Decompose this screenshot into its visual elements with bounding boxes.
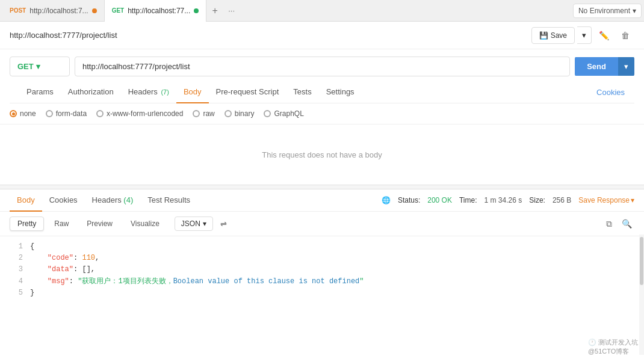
size-value: 256 B [553,196,571,204]
response-tabs-row: Body Cookies Headers (4) Test Results 🌐 … [0,189,644,212]
save-response-button[interactable]: Save Response ▾ [578,196,634,204]
resp-tab-body[interactable]: Body [10,189,42,212]
tab1-url: http://localhost:7... [29,7,88,15]
delete-icon[interactable]: 🗑 [616,27,634,44]
get-method-label: GET [112,7,125,14]
code-view: 1 { 2 "code": 110, 3 "data": [], 4 "msg [0,236,644,304]
time-label: Time: [459,196,477,204]
size-label: Size: [529,196,545,204]
code-line-5: 5 } [0,287,644,299]
search-icon[interactable]: 🔍 [619,218,634,230]
tab-pre-request-script[interactable]: Pre-request Script [209,81,286,103]
url-bar-area: http://localhost:7777/project/list 💾 Sav… [0,22,644,49]
send-main-button[interactable]: Send [575,57,618,76]
request-tabs-nav: Params Authorization Headers (7) Body Pr… [10,81,634,103]
wrap-icon[interactable]: ⇌ [220,219,227,229]
resp-tab-test-results[interactable]: Test Results [140,189,197,212]
radio-urlencoded-circle [96,110,104,117]
tab-headers[interactable]: Headers (7) [121,81,176,103]
globe-icon: 🌐 [382,196,391,204]
radio-binary-circle [224,110,232,117]
cookies-link[interactable]: Cookies [596,88,625,97]
edit-icon[interactable]: ✏️ [594,27,614,44]
tab2-url: http://localhost:77... [128,7,190,15]
tab-get[interactable]: GET http://localhost:77... [105,0,207,22]
response-format-bar: Pretty Raw Preview Visualize JSON ▾ ⇌ ⧉ … [0,212,644,236]
format-raw-button[interactable]: Raw [46,216,76,231]
method-selector[interactable]: GET ▾ [10,57,70,76]
status-label: Status: [398,196,420,204]
format-right-actions: ⧉ 🔍 [604,218,634,230]
resp-tab-headers[interactable]: Headers (4) [85,189,141,212]
add-tab-button[interactable]: + [206,2,223,19]
json-type-selector[interactable]: JSON ▾ [175,216,213,231]
code-content-3: "data": [], [30,264,639,275]
code-content-1: { [30,241,639,253]
url-display: http://localhost:7777/project/list [10,31,531,40]
format-visualize-button[interactable]: Visualize [123,216,167,231]
format-preview-button[interactable]: Preview [79,216,120,231]
tab-bar: POST http://localhost:7... GET http://lo… [0,0,644,22]
tab-params[interactable]: Params [19,81,61,103]
line-num-3: 3 [5,264,23,275]
json-type-label: JSON [181,219,200,228]
code-content-5: } [30,287,639,299]
method-value: GET [17,62,34,71]
radio-none-label: none [20,109,36,118]
tab-tests[interactable]: Tests [286,81,318,103]
radio-raw-label: raw [203,109,214,118]
scroll-thumb[interactable] [640,237,643,285]
time-value: 1 m 34.26 s [485,196,522,204]
radio-raw-circle [193,110,200,117]
method-chevron-icon: ▾ [36,62,40,71]
radio-graphql-circle [264,110,271,117]
resp-tab-cookies[interactable]: Cookies [42,189,85,212]
url-input[interactable] [75,57,570,76]
environment-selector[interactable]: No Environment ▾ [573,4,642,18]
send-button-group: Send ▾ [575,57,634,76]
radio-graphql[interactable]: GraphQL [264,109,303,118]
radio-graphql-label: GraphQL [274,109,303,118]
copy-icon[interactable]: ⧉ [604,218,615,230]
resp-headers-badge: (4) [123,195,133,204]
save-dropdown-button[interactable]: ▾ [577,26,592,44]
json-chevron-icon: ▾ [203,219,206,228]
radio-binary[interactable]: binary [224,109,255,118]
code-line-1: 1 { [0,241,644,253]
tab-authorization[interactable]: Authorization [61,81,121,103]
radio-form-data[interactable]: form-data [46,109,87,118]
tab-post[interactable]: POST http://localhost:7... [2,0,105,22]
save-response-label: Save Response [578,196,630,204]
radio-raw[interactable]: raw [193,109,214,118]
no-body-message: This request does not have a body [0,124,644,185]
section-divider [0,185,644,189]
line-num-5: 5 [5,287,23,299]
send-dropdown-button[interactable]: ▾ [618,57,634,76]
post-method-label: POST [10,7,26,14]
radio-urlencoded[interactable]: x-www-form-urlencoded [96,109,183,118]
method-url-row: GET ▾ Send ▾ [10,57,634,76]
body-type-row: none form-data x-www-form-urlencoded raw… [0,103,644,124]
code-content-4: "msg": "获取用户：1项目列表失败，Boolean value of th… [30,276,639,287]
chevron-down-icon: ▾ [633,7,636,15]
resp-headers-label: Headers [92,195,124,204]
tab1-dot [92,8,97,13]
code-line-4: 4 "msg": "获取用户：1项目列表失败，Boolean value of … [0,276,644,287]
line-num-1: 1 [5,241,23,253]
format-pretty-button[interactable]: Pretty [10,216,44,231]
save-button[interactable]: 💾 Save [531,27,575,44]
response-section: Body Cookies Headers (4) Test Results 🌐 … [0,189,644,304]
tab-body[interactable]: Body [176,81,209,103]
radio-none[interactable]: none [10,109,36,118]
radio-none-circle [10,110,17,117]
headers-badge: (7) [161,88,169,96]
save-response-chevron-icon: ▾ [631,196,634,204]
radio-form-data-label: form-data [56,109,87,118]
save-label: Save [551,31,567,40]
save-icon: 💾 [539,31,548,40]
code-line-2: 2 "code": 110, [0,253,644,264]
tab-settings[interactable]: Settings [319,81,362,103]
request-section: GET ▾ Send ▾ Params Authorization Header… [0,49,644,103]
more-tabs-button[interactable]: ··· [223,6,240,15]
scroll-track[interactable] [639,235,644,304]
